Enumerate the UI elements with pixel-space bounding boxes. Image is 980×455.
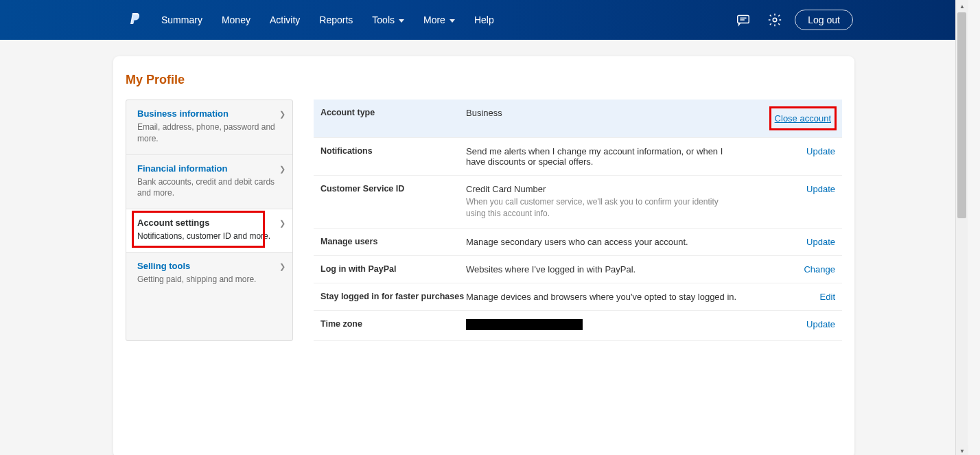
- sidebar-item-title: Financial information: [137, 163, 283, 174]
- sidebar-item-desc: Notifications, customer ID and more.: [137, 231, 283, 242]
- scroll-down-arrow-icon[interactable]: ▼: [956, 445, 968, 455]
- scroll-up-arrow-icon[interactable]: ▲: [956, 0, 968, 12]
- sidebar-item-title: Business information: [137, 108, 283, 119]
- nav-more[interactable]: More: [423, 14, 455, 25]
- close-account-link[interactable]: Close account: [775, 113, 831, 124]
- row-body: Send me alerts when I change my account …: [466, 146, 753, 167]
- svg-rect-0: [738, 16, 749, 23]
- row-login-with-paypal: Log in with PayPal Websites where I've l…: [314, 256, 842, 283]
- edit-link[interactable]: Edit: [820, 292, 835, 302]
- sidebar-item-desc: Email, address, phone, password and more…: [137, 121, 283, 145]
- paypal-logo[interactable]: [128, 12, 141, 27]
- page-title: My Profile: [126, 73, 842, 87]
- sidebar-item-desc: Getting paid, shipping and more.: [137, 274, 283, 285]
- sidebar-item-desc: Bank accounts, credit and debit cards an…: [137, 176, 283, 200]
- row-label: Customer Service ID: [320, 184, 466, 194]
- nav-reports[interactable]: Reports: [319, 14, 353, 25]
- row-body: Manage secondary users who can access yo…: [466, 237, 753, 247]
- svg-point-3: [773, 18, 778, 22]
- scroll-thumb[interactable]: [957, 12, 966, 218]
- chevron-right-icon: ❯: [279, 262, 285, 271]
- logout-button[interactable]: Log out: [795, 10, 853, 30]
- row-manage-users: Manage users Manage secondary users who …: [314, 229, 842, 256]
- row-body: Credit Card Number: [466, 184, 739, 194]
- row-customer-service-id: Customer Service ID Credit Card Number W…: [314, 176, 842, 229]
- vertical-scrollbar[interactable]: ▲ ▼: [955, 0, 968, 455]
- row-label: Account type: [320, 108, 466, 117]
- update-link[interactable]: Update: [806, 319, 835, 329]
- chevron-right-icon: ❯: [279, 219, 285, 228]
- row-time-zone: Time zone Update: [314, 311, 842, 341]
- sidebar-item-financial-info[interactable]: Financial information Bank accounts, cre…: [126, 155, 292, 210]
- top-nav: Summary Money Activity Reports Tools Mor…: [0, 0, 968, 40]
- redacted-value: [466, 319, 583, 330]
- chevron-right-icon: ❯: [279, 165, 285, 174]
- sidebar-item-business-info[interactable]: Business information Email, address, pho…: [126, 100, 292, 155]
- sidebar-item-selling-tools[interactable]: Selling tools Getting paid, shipping and…: [126, 253, 292, 295]
- change-link[interactable]: Change: [804, 264, 835, 275]
- messages-icon[interactable]: [736, 12, 751, 27]
- nav-help[interactable]: Help: [474, 14, 494, 25]
- profile-card: My Profile Business information Email, a…: [113, 56, 854, 455]
- chevron-down-icon: [399, 19, 404, 23]
- chevron-down-icon: [450, 19, 455, 23]
- update-link[interactable]: Update: [806, 184, 835, 194]
- nav-tools-label: Tools: [372, 14, 395, 25]
- profile-sidebar: Business information Email, address, pho…: [126, 100, 293, 341]
- row-label: Notifications: [320, 146, 466, 156]
- sidebar-item-account-settings[interactable]: Account settings Notifications, customer…: [126, 209, 292, 253]
- nav-more-label: More: [423, 14, 445, 25]
- row-label: Manage users: [320, 237, 466, 246]
- row-label: Time zone: [320, 319, 466, 329]
- nav-tools[interactable]: Tools: [372, 14, 404, 25]
- gear-icon[interactable]: [767, 12, 782, 27]
- row-subtext: When you call customer service, we'll as…: [466, 196, 739, 220]
- nav-summary[interactable]: Summary: [161, 14, 202, 25]
- chevron-right-icon: ❯: [279, 110, 285, 119]
- row-account-type: Account type Business Close account: [314, 100, 842, 138]
- settings-panel: Account type Business Close account Noti…: [314, 100, 842, 341]
- row-body: Business: [466, 108, 753, 118]
- row-body: Websites where I've logged in with PayPa…: [466, 264, 753, 275]
- row-label: Log in with PayPal: [320, 264, 466, 274]
- update-link[interactable]: Update: [806, 237, 835, 247]
- sidebar-item-title: Selling tools: [137, 261, 283, 271]
- row-notifications: Notifications Send me alerts when I chan…: [314, 138, 842, 176]
- row-label: Stay logged in for faster purchases: [320, 292, 466, 301]
- sidebar-item-title: Account settings: [137, 218, 283, 228]
- nav-money[interactable]: Money: [222, 14, 250, 25]
- nav-activity[interactable]: Activity: [270, 14, 300, 25]
- update-link[interactable]: Update: [806, 146, 835, 156]
- row-body: Manage devices and browsers where you've…: [466, 292, 753, 302]
- row-stay-logged-in: Stay logged in for faster purchases Mana…: [314, 283, 842, 311]
